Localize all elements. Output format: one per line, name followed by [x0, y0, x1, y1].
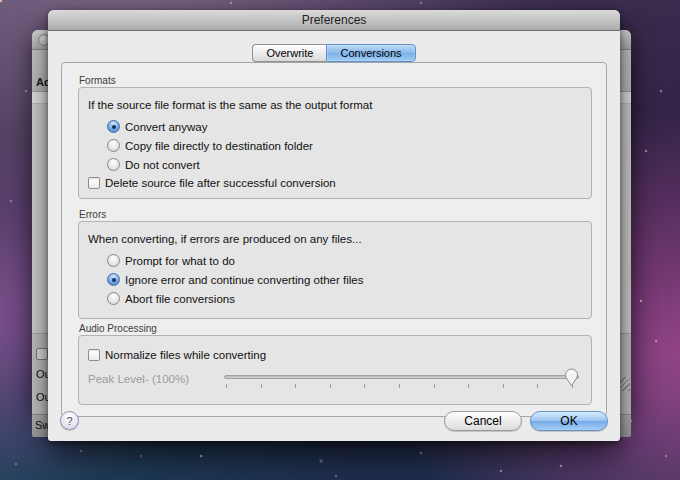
radio-icon[interactable]	[107, 139, 120, 152]
audio-group-box: Normalize files while converting Peak Le…	[78, 335, 592, 405]
dialog-footer: ? Cancel OK	[48, 417, 620, 441]
resize-grip-icon[interactable]	[619, 377, 630, 391]
normalize-checkbox-row[interactable]: Normalize files while converting	[88, 349, 583, 361]
radio-icon[interactable]	[107, 273, 120, 286]
radio-icon[interactable]	[107, 158, 120, 171]
wallpaper-stars-dim	[0, 0, 2, 2]
audio-group-label: Audio Processing	[79, 323, 157, 334]
errors-group-box: When converting, if errors are produced …	[78, 221, 592, 319]
radio-label: Copy file directly to destination folder	[125, 140, 313, 152]
slider-thumb-icon[interactable]	[564, 368, 579, 391]
checkbox-label: Normalize files while converting	[105, 349, 266, 361]
formats-group-box: If the source file format is the same as…	[78, 87, 592, 199]
radio-label: Ignore error and continue converting oth…	[125, 274, 363, 286]
tab-conversions[interactable]: Conversions	[326, 44, 415, 62]
help-button[interactable]: ?	[60, 411, 79, 430]
formats-intro-text: If the source file format is the same as…	[88, 99, 583, 111]
radio-icon[interactable]	[107, 120, 120, 133]
peak-level-slider[interactable]	[224, 370, 579, 396]
checkbox-icon[interactable]	[88, 177, 100, 189]
radio-row-copy-directly[interactable]: Copy file directly to destination folder	[107, 139, 583, 152]
peak-level-row: Peak Level- (100%)	[88, 370, 583, 396]
checkbox-label: Delete source file after successful conv…	[105, 177, 336, 189]
errors-group-label: Errors	[79, 209, 106, 220]
dialog-titlebar[interactable]: Preferences	[48, 10, 620, 31]
question-mark-icon: ?	[66, 415, 72, 427]
errors-intro-text: When converting, if errors are produced …	[88, 233, 583, 245]
delete-source-checkbox-row[interactable]: Delete source file after successful conv…	[88, 177, 583, 189]
slider-ticks	[226, 384, 573, 388]
radio-label: Prompt for what to do	[125, 255, 235, 267]
formats-group-label: Formats	[79, 75, 116, 86]
checkbox-icon[interactable]	[88, 349, 100, 361]
dialog-title: Preferences	[302, 13, 367, 27]
slider-track[interactable]	[224, 375, 579, 379]
radio-row-ignore-error[interactable]: Ignore error and continue converting oth…	[107, 273, 583, 286]
cancel-button[interactable]: Cancel	[444, 411, 522, 431]
ok-button[interactable]: OK	[530, 411, 608, 431]
radio-row-convert-anyway[interactable]: Convert anyway	[107, 120, 583, 133]
radio-label: Abort file conversions	[125, 293, 235, 305]
tab-bar: Overwrite Conversions	[48, 44, 620, 62]
background-checkbox[interactable]	[36, 348, 48, 360]
radio-row-do-not-convert[interactable]: Do not convert	[107, 158, 583, 171]
radio-icon[interactable]	[107, 292, 120, 305]
radio-row-abort[interactable]: Abort file conversions	[107, 292, 583, 305]
radio-label: Do not convert	[125, 159, 200, 171]
preferences-dialog: Preferences Overwrite Conversions Format…	[48, 10, 620, 441]
radio-icon[interactable]	[107, 254, 120, 267]
radio-label: Convert anyway	[125, 121, 207, 133]
radio-row-prompt[interactable]: Prompt for what to do	[107, 254, 583, 267]
peak-level-label: Peak Level- (100%)	[88, 370, 224, 385]
tab-overwrite[interactable]: Overwrite	[252, 44, 326, 62]
tab-panel: Formats If the source file format is the…	[61, 62, 607, 417]
